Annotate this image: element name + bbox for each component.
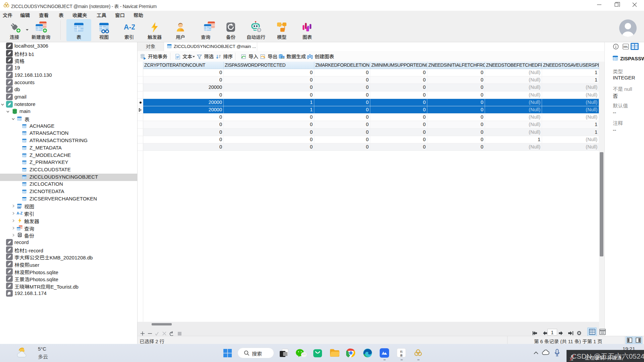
svg-text:DDL: DDL [624,46,628,48]
